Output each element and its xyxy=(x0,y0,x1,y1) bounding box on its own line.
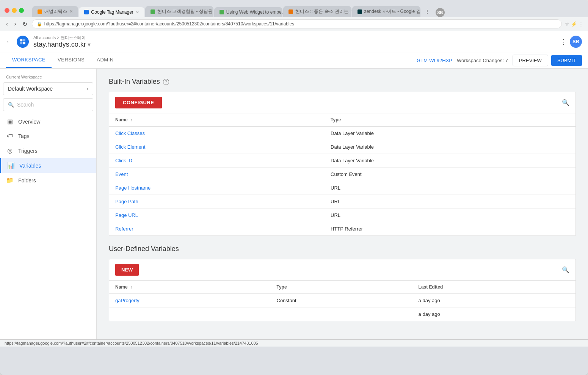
table-cell: Click ID xyxy=(109,154,325,168)
new-variable-button[interactable]: NEW xyxy=(115,264,139,276)
tab-versions-label: VERSIONS xyxy=(58,57,85,63)
tab-admin[interactable]: ADMIN xyxy=(91,52,119,68)
click-element-link[interactable]: Click Element xyxy=(115,144,145,150)
submit-button[interactable]: SUBMIT xyxy=(551,55,582,66)
tab-analytics-close[interactable]: ✕ xyxy=(69,9,73,14)
sidebar-nav: ▣ Overview 🏷 Tags ◎ Triggers 📊 Variables… xyxy=(0,114,96,188)
widget-favicon xyxy=(220,10,224,14)
builtin-table-header: Name ↑ Type xyxy=(109,113,575,127)
builtin-variables-table: CONFIGURE 🔍 Name ↑ Type xyxy=(109,92,576,236)
app-back-button[interactable]: ← xyxy=(6,38,12,45)
table-row: Click Element Data Layer Variable xyxy=(109,140,575,154)
traffic-lights xyxy=(5,8,24,13)
tab-zendesk[interactable]: zendesk 사이트 - Google 검색 ✕ xyxy=(352,6,420,17)
table-row: Referrer HTTP Referrer xyxy=(109,222,575,236)
table-cell: Constant xyxy=(271,294,412,308)
table-row: Page URL URL xyxy=(109,209,575,222)
builtin-col-name-text: Name xyxy=(115,117,128,122)
reload-button[interactable]: ↻ xyxy=(21,20,29,28)
tags-icon: 🏷 xyxy=(6,133,14,140)
title-bar: 애널리틱스 ✕ Google Tag Manager ✕ 핸디스 고객경험팀 -… xyxy=(0,0,588,17)
sidebar-item-tags[interactable]: 🏷 Tags xyxy=(0,129,96,143)
tab-workspace[interactable]: WORKSPACE xyxy=(6,52,52,68)
table-cell: Page Hostname xyxy=(109,181,325,195)
tab-gtm-close[interactable]: ✕ xyxy=(136,10,139,15)
gtm-logo xyxy=(17,36,29,48)
table-row: gaProgerty Constant a day ago xyxy=(109,294,575,308)
table-cell: Page Path xyxy=(109,195,325,209)
handys-favicon xyxy=(289,9,293,14)
sidebar-item-overview[interactable]: ▣ Overview xyxy=(0,114,96,129)
triggers-icon: ◎ xyxy=(6,147,14,154)
svg-rect-1 xyxy=(23,39,25,41)
svg-rect-2 xyxy=(20,42,22,44)
table-cell: URL xyxy=(325,195,575,209)
workspace-selector[interactable]: Default Workspace › xyxy=(3,82,93,95)
sidebar-item-variables[interactable]: 📊 Variables xyxy=(0,158,96,173)
preview-button[interactable]: PREVIEW xyxy=(513,55,548,66)
tab-widget-label: Using Web Widget to embe... xyxy=(226,9,282,15)
domain-dropdown-icon[interactable]: ▾ xyxy=(88,41,91,48)
table-row: Page Path URL xyxy=(109,195,575,209)
sidebar-item-folders[interactable]: 📁 Folders xyxy=(0,173,96,188)
tab-widget[interactable]: Using Web Widget to embe... ✕ xyxy=(214,7,282,17)
maximize-button[interactable] xyxy=(19,8,24,13)
domain-name: stay.handys.co.kr ▾ xyxy=(33,41,555,49)
click-id-link[interactable]: Click ID xyxy=(115,158,132,163)
tab-handys[interactable]: 핸디스 :: 좋은 숙소 관리는, 핸디... ✕ xyxy=(283,6,351,17)
workspace-changes: Workspace Changes: 7 xyxy=(457,58,508,63)
name-sort-icon[interactable]: ↑ xyxy=(130,118,132,122)
tab-chat-label: 핸디스 고객경험팀 - 상담원 xyxy=(157,8,213,15)
header-more-button[interactable]: ⋮ xyxy=(560,38,567,46)
user-defined-table-body: gaProgerty Constant a day ago a day ago xyxy=(109,294,575,321)
close-button[interactable] xyxy=(5,8,9,13)
ga-property-link[interactable]: gaProgerty xyxy=(115,298,140,303)
workspace-chevron-icon: › xyxy=(86,86,88,92)
tabs-more-button[interactable]: ⋮ xyxy=(421,7,433,17)
user-defined-variables-section: User-Defined Variables NEW 🔍 Name ↑ xyxy=(109,245,576,321)
event-link[interactable]: Event xyxy=(115,171,128,177)
table-cell: Referrer xyxy=(109,222,325,236)
table-row: Click ID Data Layer Variable xyxy=(109,154,575,168)
app-header: ← All accounts > 핸디스스테이 stay.handys.co.k… xyxy=(0,31,588,52)
tab-versions[interactable]: VERSIONS xyxy=(52,52,91,68)
more-options-icon[interactable]: ⋮ xyxy=(579,21,583,27)
tab-analytics[interactable]: 애널리틱스 ✕ xyxy=(32,6,78,17)
sidebar-search-icon: 🔍 xyxy=(8,102,14,108)
tab-gtm-label: Google Tag Manager xyxy=(91,9,133,15)
tab-chat[interactable]: 핸디스 고객경험팀 - 상담원 ✕ xyxy=(145,6,213,17)
browser-window: 애널리틱스 ✕ Google Tag Manager ✕ 핸디스 고객경험팀 -… xyxy=(0,0,588,375)
star-icon[interactable]: ☆ xyxy=(565,21,569,27)
page-url-link[interactable]: Page URL xyxy=(115,212,138,218)
builtin-variables-section: Built-In Variables ? CONFIGURE 🔍 Name xyxy=(109,78,576,236)
configure-button[interactable]: CONFIGURE xyxy=(115,97,162,108)
table-cell: Data Layer Variable xyxy=(325,154,575,168)
address-input[interactable]: 🔒 https://tagmanager.google.com/?authuse… xyxy=(32,19,562,28)
header-info: All accounts > 핸디스스테이 stay.handys.co.kr … xyxy=(33,35,555,49)
zendesk-favicon xyxy=(358,9,362,14)
click-classes-link[interactable]: Click Classes xyxy=(115,130,145,136)
extension-icon[interactable]: ⚡ xyxy=(571,21,577,27)
builtin-search-icon[interactable]: 🔍 xyxy=(562,99,569,106)
user-defined-table-header: Name ↑ Type Last Edited xyxy=(109,281,575,294)
user-name-sort-icon[interactable]: ↑ xyxy=(130,285,132,289)
status-bar: https://tagmanager.google.com/?authuser=… xyxy=(0,339,588,347)
tab-gtm[interactable]: Google Tag Manager ✕ xyxy=(79,7,144,17)
table-row: Click Classes Data Layer Variable xyxy=(109,127,575,140)
sidebar-search[interactable]: 🔍 Search xyxy=(3,98,93,111)
builtin-help-icon[interactable]: ? xyxy=(163,79,169,85)
back-nav-button[interactable]: ‹ xyxy=(5,20,9,28)
page-hostname-link[interactable]: Page Hostname xyxy=(115,185,151,191)
forward-nav-button[interactable]: › xyxy=(13,20,17,28)
user-defined-search-icon[interactable]: 🔍 xyxy=(562,266,569,273)
main-layout: Current Workspace Default Workspace › 🔍 … xyxy=(0,69,588,339)
sidebar: Current Workspace Default Workspace › 🔍 … xyxy=(0,69,97,339)
referrer-link[interactable]: Referrer xyxy=(115,226,133,232)
builtin-table: Name ↑ Type Click Classes Data Layer Var… xyxy=(109,113,575,235)
avatar[interactable]: SB xyxy=(570,36,582,48)
table-cell: URL xyxy=(325,181,575,195)
sidebar-item-triggers[interactable]: ◎ Triggers xyxy=(0,143,96,158)
table-cell: a day ago xyxy=(412,294,575,308)
page-path-link[interactable]: Page Path xyxy=(115,199,138,204)
minimize-button[interactable] xyxy=(12,8,17,13)
